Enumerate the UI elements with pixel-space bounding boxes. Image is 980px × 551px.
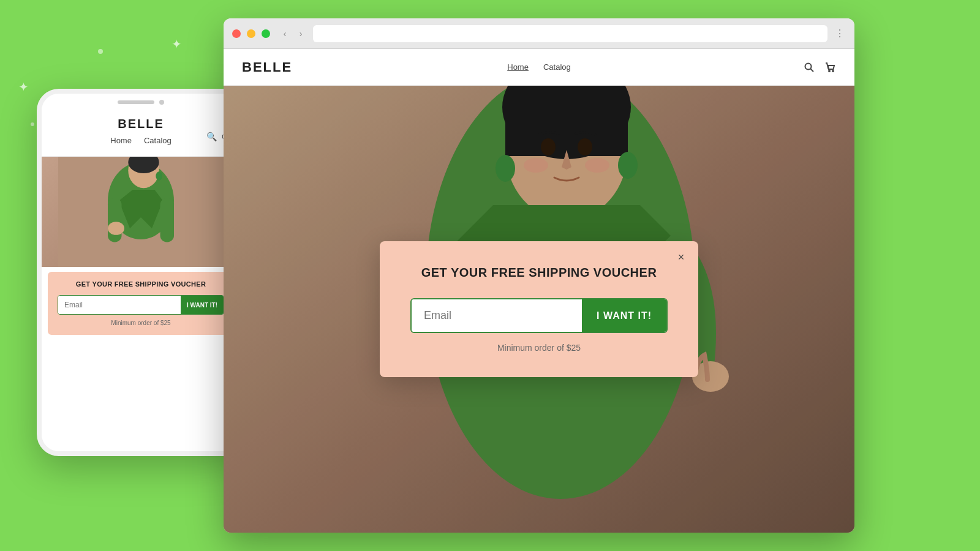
star-decoration: ✦ [172,37,182,51]
svg-point-10 [829,70,830,72]
shipping-voucher-popup: × GET YOUR FREE SHIPPING VOUCHER I WANT … [380,241,698,377]
phone-popup-title: GET YOUR FREE SHIPPING VOUCHER [58,280,224,288]
phone-hero [42,157,240,267]
back-button[interactable]: ‹ [279,28,291,40]
maximize-traffic-light[interactable] [262,29,270,38]
phone-search-icon[interactable]: 🔍 [206,132,217,141]
svg-point-6 [108,222,124,235]
popup-title: GET YOUR FREE SHIPPING VOUCHER [410,266,668,280]
phone-popup: × GET YOUR FREE SHIPPING VOUCHER I WANT … [48,272,234,335]
search-icon[interactable] [803,61,815,73]
nav-home[interactable]: Home [507,62,529,72]
phone-nav-home[interactable]: Home [110,136,132,145]
browser-menu-icon[interactable]: ⋮ [834,28,846,40]
phone-pill [118,100,154,104]
site-nav-icons [803,61,836,73]
forward-button[interactable]: › [295,28,307,40]
phone-content: BELLE Home Catalog 🔍 🛍 [42,111,240,451]
svg-rect-4 [108,198,122,242]
phone-mockup: BELLE Home Catalog 🔍 🛍 [37,89,245,456]
site-nav-links: Home Catalog [507,62,571,72]
phone-navbar: BELLE Home Catalog 🔍 🛍 [42,111,240,157]
phone-logo: BELLE [51,117,230,131]
svg-rect-5 [160,198,175,242]
phone-camera [159,100,164,105]
browser-chrome: ‹ › ⋮ [224,18,854,49]
minimize-traffic-light[interactable] [247,29,255,38]
popup-form: I WANT IT! [410,298,668,333]
nav-catalog[interactable]: Catalog [543,62,571,72]
phone-email-input[interactable] [58,296,181,314]
svg-line-9 [811,69,814,72]
browser-window: ‹ › ⋮ BELLE Home Catalog [224,18,854,533]
phone-nav-catalog[interactable]: Catalog [144,136,172,145]
email-input[interactable] [412,299,582,332]
close-traffic-light[interactable] [232,29,241,38]
bg-decoration [98,49,103,54]
browser-arrows: ‹ › [279,28,307,40]
popup-close-button[interactable]: × [674,250,688,264]
minimum-order-text: Minimum order of $25 [410,343,668,353]
svg-point-7 [156,171,162,180]
url-bar[interactable] [313,25,827,42]
site-logo: BELLE [242,59,292,75]
cart-icon[interactable] [824,61,836,73]
bg-decoration [31,122,34,126]
site-hero: × GET YOUR FREE SHIPPING VOUCHER I WANT … [224,86,854,533]
phone-minimum-text: Minimum order of $25 [58,320,224,326]
svg-point-8 [805,63,812,69]
phone-nav-links: Home Catalog 🔍 🛍 [51,131,230,150]
phone-hero-image [42,157,240,267]
phone-popup-form: I WANT IT! [58,295,224,315]
browser-content: BELLE Home Catalog [224,49,854,533]
phone-submit-button[interactable]: I WANT IT! [181,296,224,314]
popup-overlay: × GET YOUR FREE SHIPPING VOUCHER I WANT … [224,86,854,533]
svg-point-11 [832,70,834,72]
site-navbar: BELLE Home Catalog [224,49,854,86]
phone-notch [42,94,240,111]
star-decoration: ✦ [18,80,29,94]
submit-button[interactable]: I WANT IT! [582,299,666,332]
